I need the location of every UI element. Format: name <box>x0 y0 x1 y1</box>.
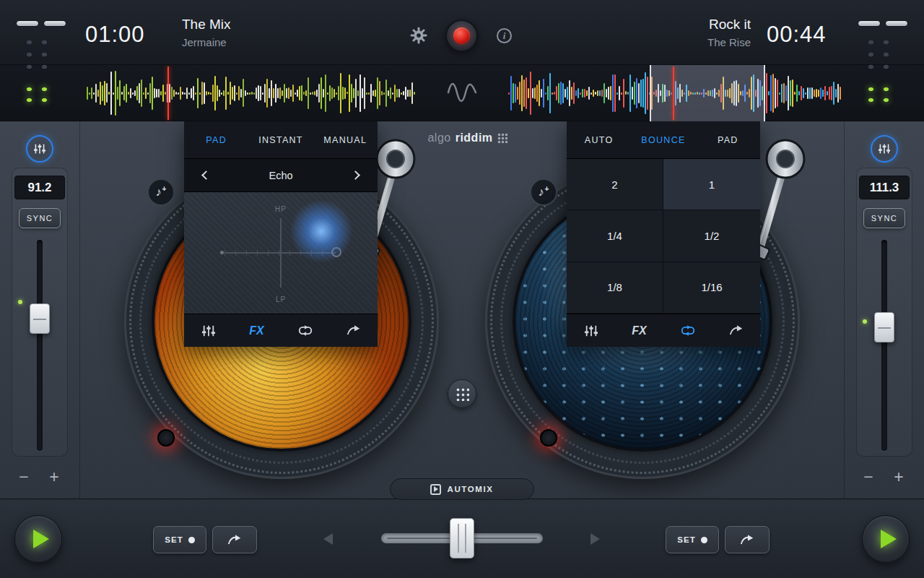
loop-cell-sixteenth[interactable]: 1/16 <box>663 262 760 314</box>
loop-mode-icon[interactable] <box>671 319 705 343</box>
record-button[interactable] <box>445 20 478 52</box>
loop-mode-icon[interactable] <box>289 319 322 343</box>
grid-dots-icon <box>455 387 469 401</box>
left-bpm-display: 91.2 <box>14 176 65 199</box>
right-jump-button[interactable] <box>725 526 770 553</box>
play-triangle-icon <box>881 530 897 548</box>
eq-sliders-icon[interactable] <box>575 319 608 343</box>
loop-cell-eighth[interactable]: 1/8 <box>567 262 663 314</box>
loop-cell-1[interactable]: 1 <box>663 159 760 210</box>
right-waveform[interactable] <box>508 68 842 118</box>
loop-panel: AUTO BOUNCE PAD 2 1 1/4 1/2 1/8 1/16 <box>567 121 760 347</box>
automix-button[interactable]: AUTOMIX <box>390 478 534 500</box>
fx-tab-pad[interactable]: PAD <box>184 121 248 158</box>
left-set-cue-button[interactable]: SET <box>153 526 206 553</box>
waveform-mode-icon[interactable] <box>445 75 479 110</box>
algoriddim-mark-icon <box>497 133 508 144</box>
loop-tab-pad[interactable]: PAD <box>696 121 760 158</box>
cue-dot-icon <box>188 537 195 543</box>
fx-tab-instant[interactable]: INSTANT <box>248 121 313 158</box>
left-tempo-plus-button[interactable]: + <box>45 467 64 487</box>
right-tempo-indicator <box>863 319 867 324</box>
crossfade-right-arrow-icon[interactable] <box>590 533 600 545</box>
left-playhead-marker <box>167 66 169 120</box>
pad-left-dot <box>220 251 224 254</box>
hp-axis-label: HP <box>184 205 378 213</box>
right-bpm-display: 111.3 <box>859 176 910 199</box>
right-play-button[interactable] <box>862 515 910 563</box>
fx-panel-toolbar: FX <box>184 314 378 347</box>
left-jump-button[interactable] <box>212 526 257 553</box>
loop-tab-auto[interactable]: AUTO <box>567 121 631 158</box>
right-deck-remaining-time: 00:44 <box>767 22 853 48</box>
right-tempo-slider-track[interactable] <box>881 240 887 451</box>
dj-app: 01:00 The Mix Jermaine <box>0 0 924 578</box>
crossfader-handle[interactable] <box>450 518 474 558</box>
left-sync-button[interactable]: SYNC <box>19 208 61 228</box>
vu-fader-icon <box>43 20 66 27</box>
loop-cell-2[interactable]: 2 <box>567 159 663 210</box>
fx-xy-pad[interactable]: HP LP <box>184 192 378 314</box>
loop-length-grid: 2 1 1/4 1/2 1/8 1/16 <box>567 159 760 314</box>
fx-tab-manual[interactable]: MANUAL <box>313 121 378 158</box>
left-cue-light-knob[interactable] <box>157 429 175 447</box>
skip-arrow-icon[interactable] <box>337 319 370 343</box>
loop-panel-toolbar: FX <box>567 314 760 347</box>
grid-view-button[interactable] <box>448 379 476 408</box>
left-mixer-icon[interactable] <box>26 135 53 163</box>
left-play-button[interactable] <box>14 515 62 563</box>
waveform-strip <box>0 65 924 121</box>
effect-selector: Echo <box>184 159 378 192</box>
fx-touch-glow <box>289 199 353 263</box>
lp-axis-label: LP <box>184 296 378 303</box>
cue-dot-icon <box>701 537 707 543</box>
vu-fader-icon <box>885 20 908 27</box>
deck-area: 91.2 111.3 SYNC SYNC − + − + ♪+ ♪+ <box>0 121 924 499</box>
loop-cell-quarter[interactable]: 1/4 <box>567 210 663 262</box>
effect-name: Echo <box>269 170 292 181</box>
right-cue-light-knob[interactable] <box>540 429 557 447</box>
left-add-track-button[interactable]: ♪+ <box>147 178 175 206</box>
left-tempo-slider-handle[interactable] <box>30 303 50 334</box>
vu-dots-active <box>22 84 52 107</box>
play-triangle-icon <box>33 530 49 548</box>
right-playhead-marker <box>673 66 674 120</box>
left-cue-controls: SET <box>153 526 257 553</box>
fx-mode-button[interactable]: FX <box>623 319 656 343</box>
left-vu-meter <box>10 17 72 111</box>
skip-arrow-icon[interactable] <box>720 319 753 343</box>
vu-fader-icon <box>858 20 881 27</box>
right-tempo-slider-handle[interactable] <box>874 312 894 342</box>
info-icon[interactable]: i <box>497 28 512 43</box>
settings-gear-icon[interactable] <box>409 25 429 46</box>
right-track-info: Rock it The Rise <box>614 17 751 48</box>
loop-cell-half[interactable]: 1/2 <box>663 210 760 262</box>
left-waveform[interactable] <box>87 68 416 118</box>
divider <box>79 121 80 499</box>
prev-effect-chevron-icon[interactable] <box>201 171 211 180</box>
right-mixer-icon[interactable] <box>871 135 898 163</box>
left-track-artist: Jermaine <box>182 36 319 48</box>
right-vu-meter <box>852 17 914 111</box>
left-tempo-indicator <box>18 300 22 304</box>
loop-panel-tabs: AUTO BOUNCE PAD <box>567 121 760 159</box>
left-tempo-minus-button[interactable]: − <box>14 467 33 487</box>
right-add-track-button[interactable]: ♪+ <box>530 178 557 206</box>
right-set-cue-button[interactable]: SET <box>666 526 719 553</box>
right-cue-controls: SET <box>666 526 770 553</box>
automix-play-icon <box>430 484 441 495</box>
right-tempo-minus-button[interactable]: − <box>859 467 878 487</box>
crossfade-left-arrow-icon[interactable] <box>323 533 333 545</box>
left-tempo-slider-track[interactable] <box>37 240 43 451</box>
next-effect-chevron-icon[interactable] <box>351 171 360 180</box>
right-track-artist: The Rise <box>614 36 751 48</box>
fx-mode-button[interactable]: FX <box>240 319 274 343</box>
loop-selection-region[interactable] <box>650 65 765 121</box>
transport-bar: SET SET <box>0 499 924 578</box>
left-deck-elapsed-time: 01:00 <box>85 22 172 48</box>
right-sync-button[interactable]: SYNC <box>863 208 905 228</box>
vu-dots <box>22 36 52 72</box>
eq-sliders-icon[interactable] <box>192 319 225 343</box>
loop-tab-bounce[interactable]: BOUNCE <box>631 121 695 158</box>
right-tempo-plus-button[interactable]: + <box>889 467 908 487</box>
